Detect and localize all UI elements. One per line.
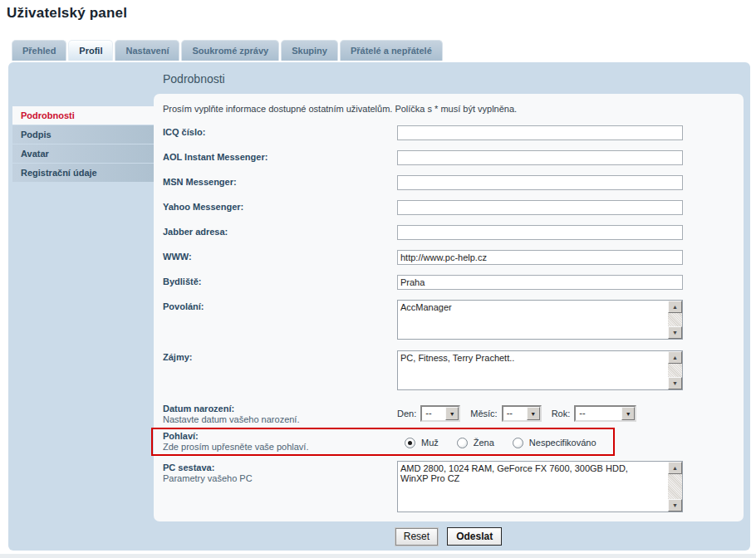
scroll-down-icon[interactable]: ▼	[668, 326, 682, 339]
scrollbar[interactable]: ▲ ▼	[668, 462, 682, 512]
day-label: Den:	[397, 409, 416, 418]
tab-skupiny[interactable]: Skupiny	[281, 40, 338, 61]
year-select[interactable]: -- ▼	[574, 405, 636, 422]
jabber-label: Jabber adresa:	[163, 227, 228, 237]
month-label: Měsíc:	[470, 409, 497, 418]
form-row-datum-narozeni: Datum narození: Nastavte datum vašeho na…	[163, 402, 730, 424]
form-actions: Reset Odeslat	[154, 527, 744, 546]
location-label: Bydliště:	[163, 277, 201, 286]
gender-radio-muz[interactable]	[405, 438, 415, 448]
sidebar: Podrobnosti Podpis Avatar Registrační úd…	[12, 106, 154, 183]
yahoo-label: Yahoo Messenger:	[163, 202, 243, 212]
jabber-input[interactable]	[397, 225, 683, 240]
gender-option-label: Nespecifikováno	[529, 438, 596, 448]
tab-nastaveni[interactable]: Nastavení	[115, 40, 179, 61]
profile-panel: Podrobnosti Podrobnosti Podpis Avatar Re…	[8, 62, 750, 551]
icq-input[interactable]	[397, 125, 683, 140]
birthdate-label: Datum narození:	[163, 404, 397, 414]
gender-hint: Zde prosím upřesněte vaše pohlaví.	[163, 442, 397, 452]
scroll-down-icon[interactable]: ▼	[668, 499, 682, 512]
www-label: WWW:	[163, 252, 192, 262]
tab-prehled[interactable]: Přehled	[12, 40, 66, 61]
www-input[interactable]	[397, 250, 683, 265]
occupation-label: Povolání:	[163, 301, 204, 311]
section-heading: Podrobnosti	[163, 72, 225, 86]
form-row-zajmy: Zájmy: PC, Fitness, Terry Prachett.. ▲ ▼	[163, 350, 730, 390]
birthdate-hint: Nastavte datum vašeho narození.	[163, 414, 397, 424]
chevron-down-icon[interactable]: ▼	[445, 407, 459, 420]
year-label: Rok:	[552, 409, 571, 418]
interests-label: Zájmy:	[163, 352, 192, 362]
page-bottom-divider	[0, 554, 756, 558]
form-row-yahoo: Yahoo Messenger:	[163, 200, 730, 215]
yahoo-input[interactable]	[397, 200, 683, 215]
submit-button[interactable]: Odeslat	[447, 527, 502, 546]
pc-label: PC sestava:	[163, 463, 397, 472]
chevron-down-icon[interactable]: ▼	[527, 407, 540, 420]
scroll-up-icon[interactable]: ▲	[668, 301, 682, 313]
icq-label: ICQ číslo:	[163, 127, 205, 137]
day-select[interactable]: -- ▼	[420, 405, 460, 422]
location-input[interactable]	[397, 275, 683, 290]
form-intro-text: Prosím vyplňte informace dostupné ostatn…	[163, 104, 730, 114]
gender-radio-nespecifikovano[interactable]	[513, 438, 523, 448]
tab-soukrome-zpravy[interactable]: Soukromé zprávy	[181, 40, 279, 61]
page-title: Uživatelský panel	[7, 5, 127, 22]
gender-label: Pohlaví:	[163, 431, 397, 441]
msn-label: MSN Messenger:	[163, 177, 237, 187]
gender-highlight-box: Pohlaví: Zde prosím upřesněte vaše pohla…	[151, 428, 615, 456]
pc-textarea[interactable]: AMD 2800, 1024 RAM, GeForce FX 7600, 300…	[398, 462, 668, 513]
chevron-down-icon[interactable]: ▼	[621, 407, 635, 420]
tab-bar: Přehled Profil Nastavení Soukromé zprávy…	[12, 40, 443, 61]
scroll-down-icon[interactable]: ▼	[668, 377, 682, 389]
occupation-textarea[interactable]: AccManager	[398, 301, 668, 340]
form-row-bydliste: Bydliště:	[163, 275, 730, 290]
sidebar-item-podpis[interactable]: Podpis	[12, 125, 154, 144]
gender-option-label: Muž	[421, 438, 439, 448]
form-row-povolani: Povolání: AccManager ▲ ▼	[163, 300, 730, 340]
sidebar-item-registracni-udaje[interactable]: Registrační údaje	[12, 164, 154, 182]
scrollbar[interactable]: ▲ ▼	[668, 301, 682, 339]
form-row-jabber: Jabber adresa:	[163, 225, 730, 240]
details-form: Prosím vyplňte informace dostupné ostatn…	[154, 94, 744, 521]
interests-textarea[interactable]: PC, Fitness, Terry Prachett..	[398, 351, 668, 391]
aol-input[interactable]	[397, 150, 683, 165]
aol-label: AOL Instant Messenger:	[163, 152, 268, 162]
pc-hint: Parametry vašeho PC	[163, 473, 397, 483]
scroll-up-icon[interactable]: ▲	[668, 351, 682, 364]
scroll-up-icon[interactable]: ▲	[668, 462, 682, 474]
form-row-msn: MSN Messenger:	[163, 175, 730, 190]
tab-pratele-a-nepratele[interactable]: Přátelé a nepřátelé	[340, 40, 443, 61]
msn-input[interactable]	[397, 175, 683, 190]
form-row-icq: ICQ číslo:	[163, 125, 730, 140]
gender-radio-group: Muž Žena Nespecifikováno	[397, 431, 596, 452]
tab-profil[interactable]: Profil	[68, 40, 113, 61]
sidebar-item-avatar[interactable]: Avatar	[12, 144, 154, 163]
reset-button[interactable]: Reset	[395, 528, 438, 546]
sidebar-item-podrobnosti[interactable]: Podrobnosti	[12, 106, 154, 125]
form-row-www: WWW:	[163, 250, 730, 265]
form-row-pc-sestava: PC sestava: Parametry vašeho PC AMD 2800…	[163, 461, 730, 512]
scrollbar[interactable]: ▲ ▼	[668, 351, 682, 389]
gender-option-label: Žena	[474, 438, 494, 448]
month-select[interactable]: -- ▼	[502, 405, 542, 422]
gender-radio-zena[interactable]	[457, 438, 468, 448]
form-row-aol: AOL Instant Messenger:	[163, 150, 730, 165]
